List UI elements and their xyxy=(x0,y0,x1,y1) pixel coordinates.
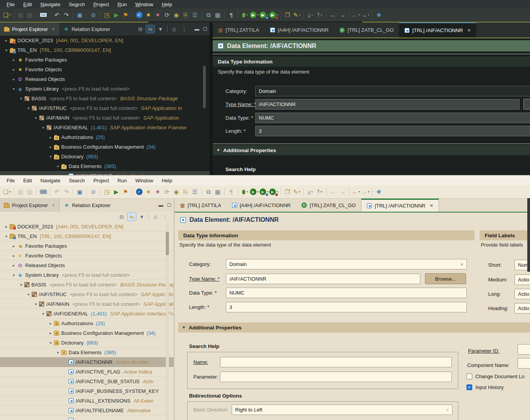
toolbar-hierarchy-icon[interactable]: ☰ xyxy=(191,10,199,20)
toolbar-open-sapgui-icon[interactable]: ◳ xyxy=(103,187,111,197)
toolbar-profile-icon[interactable]: ▶▾ xyxy=(269,10,278,20)
menu-help[interactable]: Help xyxy=(157,1,176,8)
browse-button[interactable] xyxy=(523,99,530,110)
type-name-label[interactable]: Type Name: * xyxy=(189,274,220,284)
expanded-arrow-icon[interactable]: ▾ xyxy=(55,350,61,355)
collapsed-arrow-icon[interactable]: ▸ xyxy=(47,145,54,149)
sash-divider[interactable] xyxy=(210,22,213,175)
tree-row[interactable]: ▾BASIS<press F5 to load full content>BAS… xyxy=(0,280,174,290)
data-type-input[interactable]: NUMC xyxy=(226,288,467,298)
toolbar-undo-icon[interactable]: ↶ xyxy=(53,187,61,197)
tree-row[interactable]: ▸GAuthorizations(25) xyxy=(0,319,174,328)
tree-row[interactable]: ▸DOCKER_2023[A4H, 001, DEVELOPER, EN] xyxy=(0,222,174,231)
expanded-arrow-icon[interactable]: ▾ xyxy=(33,116,39,120)
tree-row[interactable]: ▸Favorite Objects xyxy=(0,251,174,261)
toolbar-undo-icon[interactable]: ↶ xyxy=(53,10,61,20)
toolbar-new-window-icon[interactable]: ❖ xyxy=(375,10,383,20)
collapsed-arrow-icon[interactable]: ▸ xyxy=(10,77,17,81)
tree-row[interactable]: ▾TRL_EN[TRL, 100, CB9980000147, EN] xyxy=(0,231,174,241)
maximize-icon[interactable]: ☐ xyxy=(167,202,171,208)
tree-row[interactable]: /AIF/ACTIONNRAction Number xyxy=(0,357,174,367)
toolbar-pilcrow-icon[interactable]: ¶ xyxy=(227,187,236,197)
tree-row[interactable]: ▾TData Elements(385) xyxy=(0,161,210,171)
toolbar-back-icon[interactable]: ← xyxy=(329,187,337,197)
editor-tab[interactable]: [TRL] /AIF/ACTIONNR✕ xyxy=(399,22,476,38)
expanded-arrow-icon[interactable]: ▾ xyxy=(40,312,46,316)
tree-row[interactable]: /AIF/ACTIVE_FLAGActive Indica xyxy=(0,367,174,377)
tree-row[interactable]: ▸DOCKER_2023[A4H, 001, DEVELOPER, EN] xyxy=(0,36,210,45)
toolbar-new-window-icon[interactable]: ❖ xyxy=(375,187,383,197)
toolbar-new-wizard-icon[interactable]: ❏▾ xyxy=(3,187,11,197)
expanded-arrow-icon[interactable]: ▾ xyxy=(25,106,32,110)
menu-navigate[interactable]: Navigate xyxy=(36,177,64,184)
tree-row[interactable]: /AIF/AIF_BUSINESS_SYSTEM_KEY xyxy=(0,386,174,396)
collapse-all-icon[interactable]: ⊟ xyxy=(117,213,126,221)
basic-direction-select[interactable]: Right to Left ∨ xyxy=(232,405,453,415)
toolbar-coverage-icon[interactable]: ▶▾ xyxy=(260,10,268,20)
tree-row[interactable]: ▾/AIF/GENERAL(1,401)SAP Application Inte… xyxy=(0,309,174,319)
tree-row[interactable]: ▾TRL_EN[TRL, 100, CB9980000147, EN] xyxy=(0,45,210,55)
search-help-name-input[interactable] xyxy=(220,357,452,367)
parameter-id-label[interactable]: Parameter ID: xyxy=(468,346,499,356)
close-icon[interactable]: ✕ xyxy=(430,203,433,208)
toolbar-lock-icon[interactable]: ◉ xyxy=(172,10,181,20)
editor-tab[interactable]: [A4H] /AIF/ACTIONNR xyxy=(227,199,296,212)
toolbar-save-all-icon[interactable]: ▥ xyxy=(26,187,34,197)
expanded-arrow-icon[interactable]: ▾ xyxy=(3,48,10,52)
tree-row[interactable]: ▸Favorite Objects xyxy=(0,65,210,74)
menu-file[interactable]: File xyxy=(2,1,19,8)
collapsed-arrow-icon[interactable]: ▸ xyxy=(3,38,10,43)
toolbar-export-icon[interactable]: ⤒▾ xyxy=(315,187,324,197)
data-type-input[interactable]: NUMC xyxy=(255,113,530,123)
collapse-all-icon[interactable]: ⊟ xyxy=(136,25,145,33)
toolbar-refresh-icon[interactable]: ⟳ xyxy=(163,10,171,20)
tree-row[interactable]: ▸GBusiness Configuration Management(34) xyxy=(0,328,174,338)
type-name-label[interactable]: Type Name: * xyxy=(225,99,256,110)
editor-tab[interactable]: ▦[TRL] ZATTILA xyxy=(213,22,265,38)
toolbar-run-icon[interactable]: ▶▾ xyxy=(250,187,259,197)
tree-row[interactable]: ▾/AIF/MAIN<press F5 to load full content… xyxy=(0,299,174,309)
collapsed-arrow-icon[interactable]: ▸ xyxy=(47,135,54,139)
toolbar-console-icon[interactable]: ▣ xyxy=(76,187,84,197)
tree-row[interactable]: ▾/AIF/STRUC<press F5 to load full conten… xyxy=(0,290,174,299)
toolbar-forward-icon[interactable]: → xyxy=(338,187,347,197)
long-input[interactable]: Actio xyxy=(515,289,530,299)
change-document-checkbox-row[interactable]: Change Document Lo xyxy=(466,374,524,379)
toolbar-export-icon[interactable]: ⤒▾ xyxy=(315,10,324,20)
menu-project[interactable]: Project xyxy=(89,177,113,184)
tree-row[interactable]: ▸Released Objects xyxy=(0,74,210,84)
collapsed-arrow-icon[interactable]: ▸ xyxy=(10,263,17,267)
scrollbar[interactable] xyxy=(203,66,206,108)
toolbar-table-view-icon[interactable]: ▦ xyxy=(213,10,222,20)
toolbar-unmark-icon[interactable]: ⊘ xyxy=(89,10,98,20)
tab-project-explorer[interactable]: Project Explorer ✕ xyxy=(0,22,59,36)
expanded-arrow-icon[interactable]: ▾ xyxy=(10,273,17,277)
medium-input[interactable]: Actio xyxy=(515,274,530,285)
menu-file[interactable]: File xyxy=(2,177,19,184)
type-name-input[interactable]: /AIF/ACTIONNR xyxy=(255,99,520,110)
browse-button[interactable]: Browse... xyxy=(425,273,466,284)
toolbar-open-object-icon[interactable]: ❒ xyxy=(283,10,292,20)
toolbar-debug-icon[interactable]: ⬮▾ xyxy=(241,10,249,20)
collapsed-arrow-icon[interactable]: ▸ xyxy=(47,321,54,326)
menu-navigate[interactable]: Navigate xyxy=(36,1,64,8)
toolbar-favorite-flag-icon[interactable]: ⚑ xyxy=(121,187,130,197)
toolbar-check-icon[interactable]: ✔ xyxy=(135,10,143,20)
editor-tab[interactable]: [TRL] /AIF/ACTIONNR✕ xyxy=(361,199,439,212)
toolbar-new-spark-icon[interactable]: ✷ xyxy=(144,187,153,197)
toolbar-console-icon[interactable]: ▣ xyxy=(76,10,84,20)
toolbar-next-edit-icon[interactable]: →▾ xyxy=(361,10,370,20)
toolbar-import-icon[interactable]: ⤓▾ xyxy=(306,187,315,197)
toolbar-save-all-icon[interactable]: ▥ xyxy=(26,10,34,20)
toolbar-new-wizard-icon[interactable]: ❏▾ xyxy=(3,10,11,20)
editor-tab[interactable]: C[TRL] ZATB_CL_GO xyxy=(296,199,361,212)
search-help-name-label[interactable]: Name: xyxy=(193,357,208,367)
tree-row[interactable]: ▸GBusiness Configuration Management(34) xyxy=(0,142,210,152)
menu-help[interactable]: Help xyxy=(157,177,176,184)
heading-input[interactable]: Actio xyxy=(515,303,530,314)
tree-row[interactable]: ▸Favorite Packages xyxy=(0,55,210,65)
tree-row[interactable]: /AIF/ACTIVE_SUB_STATUSActiv xyxy=(0,377,174,386)
toolbar-import-icon[interactable]: ⤓▾ xyxy=(306,10,315,20)
toolbar-copy-doc-icon[interactable]: ⧉ xyxy=(204,187,213,197)
tree-row[interactable]: ▸Released Objects xyxy=(0,261,174,270)
